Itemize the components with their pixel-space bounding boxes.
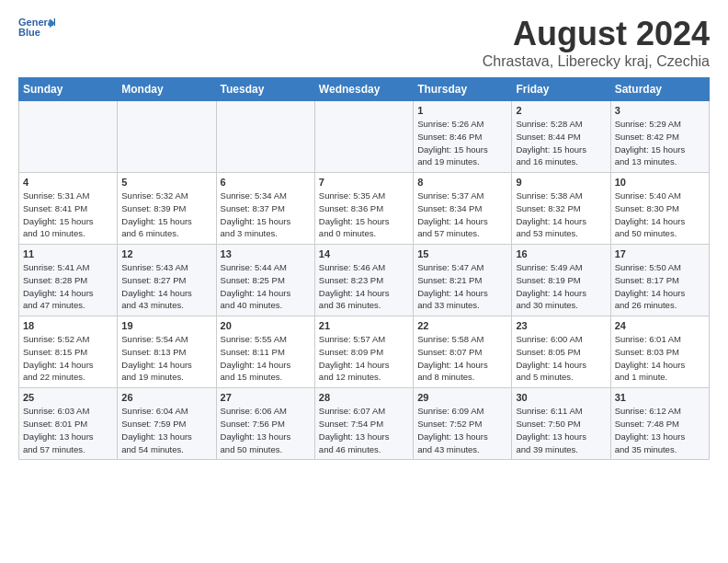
day-number: 25 (23, 392, 113, 403)
day-number: 31 (615, 392, 705, 403)
weekday-header-cell: Thursday (414, 78, 512, 101)
day-info: Sunrise: 5:54 AM Sunset: 8:13 PM Dayligh… (121, 333, 211, 384)
day-number: 12 (121, 248, 211, 259)
calendar-cell (314, 101, 413, 173)
weekday-header-cell: Tuesday (216, 78, 314, 101)
day-number: 9 (516, 177, 606, 188)
calendar-cell (216, 101, 314, 173)
calendar-cell: 22Sunrise: 5:58 AM Sunset: 8:07 PM Dayli… (414, 316, 512, 388)
calendar-cell: 30Sunrise: 6:11 AM Sunset: 7:50 PM Dayli… (512, 388, 610, 460)
day-number: 3 (615, 105, 705, 116)
day-info: Sunrise: 5:57 AM Sunset: 8:09 PM Dayligh… (319, 333, 409, 384)
day-info: Sunrise: 6:03 AM Sunset: 8:01 PM Dayligh… (23, 405, 113, 455)
calendar-cell: 19Sunrise: 5:54 AM Sunset: 8:13 PM Dayli… (118, 316, 216, 388)
calendar-cell: 6Sunrise: 5:34 AM Sunset: 8:37 PM Daylig… (216, 173, 314, 245)
calendar-cell (118, 101, 216, 173)
calendar-week-row: 25Sunrise: 6:03 AM Sunset: 8:01 PM Dayli… (19, 388, 710, 460)
calendar-cell: 29Sunrise: 6:09 AM Sunset: 7:52 PM Dayli… (414, 388, 512, 460)
day-info: Sunrise: 6:09 AM Sunset: 7:52 PM Dayligh… (417, 405, 507, 455)
day-info: Sunrise: 6:00 AM Sunset: 8:05 PM Dayligh… (516, 333, 606, 384)
weekday-header-row: SundayMondayTuesdayWednesdayThursdayFrid… (19, 78, 710, 101)
calendar-body: 1Sunrise: 5:26 AM Sunset: 8:46 PM Daylig… (19, 101, 710, 460)
day-info: Sunrise: 5:38 AM Sunset: 8:32 PM Dayligh… (516, 190, 606, 240)
header: General Blue August 2024 Chrastava, Libe… (18, 15, 710, 70)
day-number: 14 (319, 248, 409, 259)
calendar-cell: 23Sunrise: 6:00 AM Sunset: 8:05 PM Dayli… (512, 316, 610, 388)
day-number: 16 (516, 248, 606, 259)
page: General Blue August 2024 Chrastava, Libe… (0, 0, 728, 475)
day-number: 13 (221, 248, 311, 259)
day-info: Sunrise: 5:55 AM Sunset: 8:11 PM Dayligh… (221, 333, 311, 384)
day-info: Sunrise: 5:34 AM Sunset: 8:37 PM Dayligh… (221, 190, 311, 240)
calendar-cell: 14Sunrise: 5:46 AM Sunset: 8:23 PM Dayli… (314, 245, 413, 316)
day-number: 10 (615, 177, 705, 188)
title-block: August 2024 Chrastava, Liberecky kraj, C… (483, 15, 710, 70)
calendar-cell: 4Sunrise: 5:31 AM Sunset: 8:41 PM Daylig… (19, 173, 118, 245)
calendar-cell: 13Sunrise: 5:44 AM Sunset: 8:25 PM Dayli… (216, 245, 314, 316)
day-number: 15 (417, 248, 507, 259)
calendar-cell: 15Sunrise: 5:47 AM Sunset: 8:21 PM Dayli… (414, 245, 512, 316)
day-number: 8 (417, 177, 507, 188)
calendar-cell: 8Sunrise: 5:37 AM Sunset: 8:34 PM Daylig… (414, 173, 512, 245)
day-info: Sunrise: 5:32 AM Sunset: 8:39 PM Dayligh… (121, 190, 211, 240)
day-info: Sunrise: 5:43 AM Sunset: 8:27 PM Dayligh… (121, 261, 211, 312)
calendar-cell: 27Sunrise: 6:06 AM Sunset: 7:56 PM Dayli… (216, 388, 314, 460)
day-info: Sunrise: 5:29 AM Sunset: 8:42 PM Dayligh… (615, 118, 705, 168)
month-title: August 2024 (483, 15, 710, 53)
calendar-cell: 7Sunrise: 5:35 AM Sunset: 8:36 PM Daylig… (314, 173, 413, 245)
calendar-week-row: 18Sunrise: 5:52 AM Sunset: 8:15 PM Dayli… (19, 316, 710, 388)
day-number: 28 (319, 392, 409, 403)
calendar-cell: 28Sunrise: 6:07 AM Sunset: 7:54 PM Dayli… (314, 388, 413, 460)
weekday-header-cell: Wednesday (314, 78, 413, 101)
day-info: Sunrise: 5:26 AM Sunset: 8:46 PM Dayligh… (417, 118, 507, 168)
calendar-cell: 3Sunrise: 5:29 AM Sunset: 8:42 PM Daylig… (610, 101, 709, 173)
day-number: 26 (121, 392, 211, 403)
weekday-header-cell: Saturday (610, 78, 709, 101)
day-info: Sunrise: 5:44 AM Sunset: 8:25 PM Dayligh… (221, 261, 311, 312)
calendar-cell: 16Sunrise: 5:49 AM Sunset: 8:19 PM Dayli… (512, 245, 610, 316)
day-number: 29 (417, 392, 507, 403)
calendar-cell: 21Sunrise: 5:57 AM Sunset: 8:09 PM Dayli… (314, 316, 413, 388)
calendar-cell: 11Sunrise: 5:41 AM Sunset: 8:28 PM Dayli… (19, 245, 118, 316)
calendar-cell: 10Sunrise: 5:40 AM Sunset: 8:30 PM Dayli… (610, 173, 709, 245)
day-number: 18 (23, 320, 113, 331)
calendar-cell (19, 101, 118, 173)
day-info: Sunrise: 6:04 AM Sunset: 7:59 PM Dayligh… (121, 405, 211, 455)
day-number: 27 (221, 392, 311, 403)
day-info: Sunrise: 5:58 AM Sunset: 8:07 PM Dayligh… (417, 333, 507, 384)
day-number: 4 (23, 177, 113, 188)
weekday-header-cell: Monday (118, 78, 216, 101)
calendar-cell: 1Sunrise: 5:26 AM Sunset: 8:46 PM Daylig… (414, 101, 512, 173)
calendar-cell: 25Sunrise: 6:03 AM Sunset: 8:01 PM Dayli… (19, 388, 118, 460)
calendar-cell: 18Sunrise: 5:52 AM Sunset: 8:15 PM Dayli… (19, 316, 118, 388)
day-number: 7 (319, 177, 409, 188)
day-info: Sunrise: 6:06 AM Sunset: 7:56 PM Dayligh… (221, 405, 311, 455)
calendar-week-row: 1Sunrise: 5:26 AM Sunset: 8:46 PM Daylig… (19, 101, 710, 173)
day-number: 17 (615, 248, 705, 259)
calendar-cell: 9Sunrise: 5:38 AM Sunset: 8:32 PM Daylig… (512, 173, 610, 245)
weekday-header-cell: Sunday (19, 78, 118, 101)
day-info: Sunrise: 5:52 AM Sunset: 8:15 PM Dayligh… (23, 333, 113, 384)
day-number: 11 (23, 248, 113, 259)
day-info: Sunrise: 5:47 AM Sunset: 8:21 PM Dayligh… (417, 261, 507, 312)
calendar-cell: 26Sunrise: 6:04 AM Sunset: 7:59 PM Dayli… (118, 388, 216, 460)
day-number: 2 (516, 105, 606, 116)
day-number: 5 (121, 177, 211, 188)
location-title: Chrastava, Liberecky kraj, Czechia (483, 53, 710, 70)
calendar-cell: 5Sunrise: 5:32 AM Sunset: 8:39 PM Daylig… (118, 173, 216, 245)
day-info: Sunrise: 5:49 AM Sunset: 8:19 PM Dayligh… (516, 261, 606, 312)
day-info: Sunrise: 5:46 AM Sunset: 8:23 PM Dayligh… (319, 261, 409, 312)
day-info: Sunrise: 5:37 AM Sunset: 8:34 PM Dayligh… (417, 190, 507, 240)
weekday-header-cell: Friday (512, 78, 610, 101)
calendar-week-row: 4Sunrise: 5:31 AM Sunset: 8:41 PM Daylig… (19, 173, 710, 245)
calendar-cell: 2Sunrise: 5:28 AM Sunset: 8:44 PM Daylig… (512, 101, 610, 173)
day-number: 30 (516, 392, 606, 403)
day-number: 19 (121, 320, 211, 331)
day-number: 22 (417, 320, 507, 331)
day-number: 21 (319, 320, 409, 331)
calendar-cell: 20Sunrise: 5:55 AM Sunset: 8:11 PM Dayli… (216, 316, 314, 388)
logo-icon: General Blue (18, 15, 55, 40)
day-info: Sunrise: 6:11 AM Sunset: 7:50 PM Dayligh… (516, 405, 606, 455)
day-info: Sunrise: 5:50 AM Sunset: 8:17 PM Dayligh… (615, 261, 705, 312)
day-info: Sunrise: 6:01 AM Sunset: 8:03 PM Dayligh… (615, 333, 705, 384)
